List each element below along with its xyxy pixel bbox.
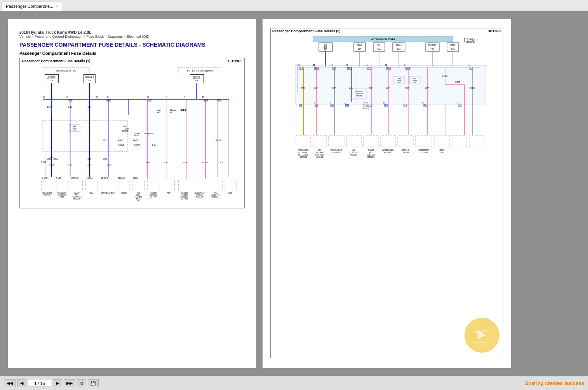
diagram1-svg: HOT IN ACC OR ON HOT IN/Rear Defogger ON… bbox=[20, 64, 244, 208]
svg-text:ICM RELAY BOX: ICM RELAY BOX bbox=[101, 192, 115, 194]
document-tab[interactable]: Passenger Compartme... × bbox=[2, 2, 62, 11]
svg-text:M17: M17 bbox=[458, 104, 462, 106]
svg-text:(SD1084): (SD1084) bbox=[355, 95, 362, 97]
svg-text:MIRROR: MIRROR bbox=[150, 196, 157, 198]
svg-text:0.3L: 0.3L bbox=[68, 106, 72, 108]
svg-text:MB5: MB5 bbox=[330, 104, 334, 106]
svg-text:BCM: BCM bbox=[89, 192, 93, 194]
schematic-header-2: Passenger Compartment Fuse Details (2) S… bbox=[271, 28, 503, 34]
svg-text:LIGHTER: LIGHTER bbox=[43, 194, 51, 196]
svg-text:Audio: Audio bbox=[134, 135, 139, 136]
svg-text:CLUSTER: CLUSTER bbox=[428, 44, 437, 46]
svg-text:MODULE: MODULE bbox=[367, 156, 374, 158]
diagram2-svg: HOT IN ON OR START To MODULE S (SD120-3)… bbox=[271, 34, 503, 221]
svg-text:ECM: ECM bbox=[228, 192, 232, 194]
svg-rect-64 bbox=[71, 179, 83, 190]
svg-text:UNIT: UNIT bbox=[60, 196, 64, 198]
svg-text:UNIT: UNIT bbox=[440, 152, 444, 154]
svg-text:A/C: A/C bbox=[352, 149, 355, 151]
svg-text:0.3L: 0.3L bbox=[87, 164, 91, 166]
svg-text:HOT IN ON OR START: HOT IN ON OR START bbox=[371, 38, 395, 40]
svg-text:1 MM2: 1 MM2 bbox=[42, 177, 48, 179]
schematic-diagram-1: Passenger Compartment Fuse Details (1) S… bbox=[19, 58, 245, 208]
copy-button[interactable]: ⧉ bbox=[77, 379, 86, 387]
svg-text:23: 23 bbox=[66, 96, 68, 98]
svg-text:25A: 25A bbox=[378, 48, 381, 50]
svg-text:PDM 3: PDM 3 bbox=[396, 44, 402, 46]
svg-text:0.3LB: 0.3LB bbox=[218, 161, 223, 164]
svg-rect-269 bbox=[434, 135, 450, 147]
svg-rect-63 bbox=[56, 179, 68, 190]
svg-text:31: 31 bbox=[385, 64, 387, 66]
diagram2-canvas: HOT IN ON OR START To MODULE S (SD120-3)… bbox=[271, 34, 503, 221]
svg-rect-41 bbox=[42, 121, 127, 152]
svg-rect-72 bbox=[194, 179, 208, 190]
first-page-button[interactable]: ◀◀ bbox=[4, 379, 16, 387]
tab-close-button[interactable]: × bbox=[56, 4, 58, 9]
svg-text:MODULE: MODULE bbox=[316, 156, 323, 158]
vehicle-info: 2018 Hyundai Truck Kona AWD L4-2.0L Vehi… bbox=[19, 30, 245, 38]
prev-page-button[interactable]: ◀ bbox=[17, 379, 26, 387]
svg-text:12: 12 bbox=[331, 64, 333, 66]
svg-text:M18: M18 bbox=[384, 104, 388, 106]
svg-text:0.3WB: 0.3WB bbox=[134, 144, 140, 146]
diagram1-code: SD120-1 bbox=[228, 59, 242, 63]
svg-text:To MODULE S: To MODULE S bbox=[466, 39, 478, 41]
next-page-button[interactable]: ▶ bbox=[53, 379, 62, 387]
page-input[interactable] bbox=[28, 380, 51, 387]
svg-text:AMP: AMP bbox=[167, 192, 171, 194]
svg-text:SRS: SRS bbox=[318, 149, 321, 151]
svg-text:0P-E: 0P-E bbox=[204, 99, 208, 101]
last-page-button[interactable]: ▶▶ bbox=[64, 379, 75, 387]
svg-rect-66 bbox=[101, 179, 115, 190]
page-heading: PASSENGER COMPARTMENT FUSE DETAILS - SCH… bbox=[19, 42, 245, 48]
svg-text:20A: 20A bbox=[50, 80, 53, 82]
svg-text:7.5A: 7.5A bbox=[430, 48, 434, 50]
svg-text:CLUSTER: CLUSTER bbox=[332, 152, 341, 154]
save-button[interactable]: 💾 bbox=[88, 379, 99, 387]
svg-text:4P-A: 4P-A bbox=[217, 99, 222, 101]
svg-text:success: success bbox=[478, 344, 486, 346]
svg-rect-271 bbox=[469, 135, 484, 147]
svg-text:INSTRUMENT: INSTRUMENT bbox=[418, 149, 430, 151]
svg-rect-70 bbox=[163, 179, 175, 190]
svg-rect-261 bbox=[296, 135, 311, 147]
svg-text:FD21: FD21 bbox=[133, 139, 138, 142]
diagram1-title: Passenger Compartment Fuse Details (1) bbox=[22, 59, 90, 63]
document-viewer: 2018 Hyundai Truck Kona AWD L4-2.0L Vehi… bbox=[0, 11, 588, 376]
svg-text:0P-C: 0P-C bbox=[148, 99, 152, 101]
svg-text:0.3P: 0.3P bbox=[369, 87, 373, 89]
svg-text:A/C: A/C bbox=[170, 111, 174, 114]
svg-text:M49: M49 bbox=[404, 104, 407, 106]
svg-text:Navigation: Navigation bbox=[144, 133, 153, 135]
svg-text:0.3LO: 0.3LO bbox=[107, 164, 112, 166]
svg-text:Distribution: Distribution bbox=[355, 93, 363, 94]
svg-text:MM11: MM11 bbox=[47, 158, 52, 160]
svg-text:MM21: MM21 bbox=[54, 158, 59, 160]
svg-text:0.3P: 0.3P bbox=[332, 87, 336, 89]
title-bar: Passenger Compartme... × bbox=[0, 0, 588, 11]
svg-text:12: 12 bbox=[365, 64, 368, 66]
svg-text:MODULE: MODULE bbox=[350, 154, 357, 156]
svg-text:DETECTION: DETECTION bbox=[298, 154, 308, 156]
sharing-text: Sharing creates success bbox=[525, 380, 584, 386]
svg-text:0.3P: 0.3P bbox=[386, 87, 390, 89]
svg-text:A/C: A/C bbox=[157, 111, 161, 114]
svg-text:5 M07: 5 M07 bbox=[56, 177, 61, 179]
vehicle-title: 2018 Hyundai Truck Kona AWD L4-2.0L bbox=[19, 30, 245, 35]
svg-text:PASSENGER: PASSENGER bbox=[298, 149, 309, 151]
svg-text:0.5O: 0.5O bbox=[301, 87, 305, 89]
svg-text:0P-2: 0P-2 bbox=[332, 67, 336, 69]
svg-text:DISPLAY: DISPLAY bbox=[402, 152, 409, 154]
svg-text:F08: F08 bbox=[299, 104, 303, 106]
svg-text:MBAG: MBAG bbox=[357, 44, 362, 46]
svg-rect-270 bbox=[452, 135, 467, 147]
svg-text:OCCUPANT: OCCUPANT bbox=[315, 152, 325, 154]
svg-text:CONTROL: CONTROL bbox=[367, 154, 375, 156]
svg-text:2.5A: 2.5A bbox=[397, 48, 400, 50]
svg-text:M01: M01 bbox=[423, 104, 427, 106]
watermark: ALLDATA Sharing creates success bbox=[464, 318, 503, 357]
svg-rect-68 bbox=[133, 179, 144, 190]
svg-text:CONTROL: CONTROL bbox=[350, 152, 358, 154]
svg-text:KEY: KEY bbox=[369, 152, 372, 154]
